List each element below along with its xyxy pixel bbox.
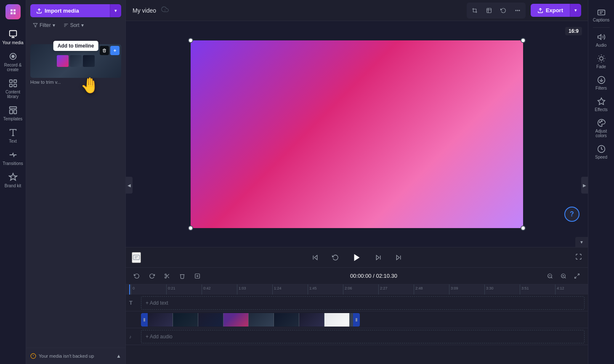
redo-button[interactable] (146, 270, 158, 282)
skip-to-end-button[interactable] (392, 251, 405, 264)
right-sidebar-item-fade[interactable]: Fade (588, 51, 614, 72)
svg-line-38 (166, 275, 167, 276)
right-sidebar-item-captions[interactable]: Captions (588, 4, 614, 26)
svg-marker-30 (376, 255, 379, 260)
sidebar-label-templates: Templates (3, 117, 23, 121)
app-logo (5, 4, 21, 19)
sidebar-item-content-library[interactable]: Content library (0, 75, 26, 102)
add-to-timeline-tooltip: Add to timeline (53, 41, 98, 51)
corner-handle-tl[interactable] (188, 38, 193, 43)
help-button[interactable]: ? (564, 207, 579, 222)
import-media-button[interactable]: Import media (30, 4, 110, 17)
zoom-out-button[interactable] (544, 270, 556, 282)
captions-icon (597, 8, 606, 16)
subtitles-icon (133, 253, 140, 260)
layout-icon (486, 8, 492, 13)
clip-frame-4 (223, 313, 249, 327)
import-btn-group: Import media ▾ (30, 4, 121, 17)
preview-collapse-button[interactable]: ▼ (575, 237, 588, 247)
collapse-right-panel-button[interactable]: ▶ (581, 177, 588, 194)
speed-label: Speed (595, 155, 607, 159)
media-add-button[interactable] (110, 46, 120, 55)
clip-handle-left[interactable] (141, 313, 148, 327)
add-text-label: + Add text (146, 300, 168, 306)
rewind-button[interactable] (329, 251, 342, 264)
media-grid: Add to timeline (26, 34, 125, 348)
fit-timeline-button[interactable] (571, 270, 583, 282)
collapse-panel-button[interactable]: ◀ (126, 177, 133, 194)
svg-point-34 (165, 274, 167, 275)
crop-tool-button[interactable] (468, 4, 481, 17)
right-sidebar-item-adjust-colors[interactable]: Adjust colors (588, 115, 614, 141)
ruler-mark-7: 2:27 (378, 284, 414, 295)
right-sidebar-item-audio[interactable]: Audio (588, 29, 614, 51)
cut-button[interactable] (161, 270, 173, 282)
export-button[interactable]: Export (531, 4, 570, 17)
effects-label: Effects (595, 107, 607, 112)
sort-button[interactable]: Sort ▾ (61, 21, 86, 30)
more-tools-button[interactable] (511, 4, 524, 17)
backup-expand-button[interactable]: ▲ (116, 353, 121, 359)
fast-forward-button[interactable] (372, 251, 385, 264)
ruler-mark-8: 2:48 (414, 284, 449, 295)
media-item-label: How to trim v... (30, 80, 121, 85)
filter-icon (33, 23, 38, 28)
rotate-tool-button[interactable] (497, 4, 510, 17)
sidebar-item-your-media[interactable]: Your media (0, 26, 26, 48)
corner-handle-tr[interactable] (521, 38, 526, 43)
sidebar-label-transitions: Transitions (3, 161, 23, 166)
layout-tool-button[interactable] (483, 4, 495, 17)
add-audio-button[interactable]: + Add audio (141, 330, 585, 343)
ruler-mark-2: 0:42 (202, 284, 237, 295)
audio-icon (597, 33, 606, 41)
sidebar-item-text[interactable]: Text (0, 125, 26, 147)
ruler-mark-4: 1:24 (272, 284, 308, 295)
cloud-icon (161, 5, 169, 15)
sidebar-item-templates[interactable]: Templates (0, 102, 26, 125)
ruler-mark-5: 1:45 (308, 284, 343, 295)
transitions-icon (8, 150, 18, 159)
svg-point-24 (519, 10, 520, 11)
delete-button[interactable] (176, 270, 188, 282)
clip-handle-right[interactable] (353, 313, 360, 327)
zoom-in-button[interactable] (558, 270, 569, 282)
svg-point-2 (12, 55, 14, 58)
subtitles-button[interactable] (132, 252, 141, 263)
upload-icon (36, 8, 42, 14)
import-media-dropdown-button[interactable]: ▾ (110, 4, 121, 17)
export-dropdown-button[interactable]: ▾ (570, 4, 581, 17)
media-delete-button[interactable] (100, 46, 109, 55)
timeline-toolbar: 00:00:00 / 02:10.30 (126, 268, 588, 284)
skip-to-start-button[interactable] (308, 251, 322, 264)
play-button[interactable] (349, 250, 365, 266)
skip-to-start-icon (312, 254, 319, 261)
clip-frame-last (324, 313, 350, 327)
audio-label: Audio (596, 43, 607, 48)
fullscreen-button[interactable] (575, 253, 582, 262)
aspect-ratio-badge[interactable]: 16:9 (565, 27, 582, 35)
preview-canvas (191, 40, 523, 228)
right-sidebar-item-filters[interactable]: Filters (588, 72, 614, 94)
audio-track-icon: ♪ (129, 334, 132, 339)
corner-handle-bl[interactable] (188, 226, 193, 231)
sidebar-item-record-create[interactable]: Record & create (0, 48, 26, 75)
video-clip[interactable] (141, 313, 360, 327)
sort-label: Sort (70, 22, 80, 28)
add-text-button[interactable]: + Add text (141, 296, 585, 310)
add-to-timeline-button[interactable] (191, 270, 203, 282)
filter-button[interactable]: Filter ▾ (30, 21, 58, 30)
right-sidebar-item-effects[interactable]: Effects (588, 94, 614, 115)
svg-point-35 (165, 276, 167, 278)
project-name[interactable]: My video (133, 7, 156, 14)
svg-rect-26 (133, 255, 140, 260)
sidebar-item-brand-kit[interactable]: Brand kit (0, 169, 26, 191)
timeline-tracks: T + Add text (126, 295, 588, 364)
right-sidebar-item-speed[interactable]: Speed (588, 141, 614, 163)
sidebar-item-transitions[interactable]: Transitions (0, 147, 26, 169)
media-item[interactable]: Add to timeline (30, 44, 121, 85)
export-btn-group: Export ▾ (531, 4, 581, 17)
clip-handle-left-icon (143, 317, 146, 322)
thumb-preview (57, 55, 95, 67)
undo-button[interactable] (131, 270, 143, 282)
corner-handle-br[interactable] (521, 226, 526, 231)
